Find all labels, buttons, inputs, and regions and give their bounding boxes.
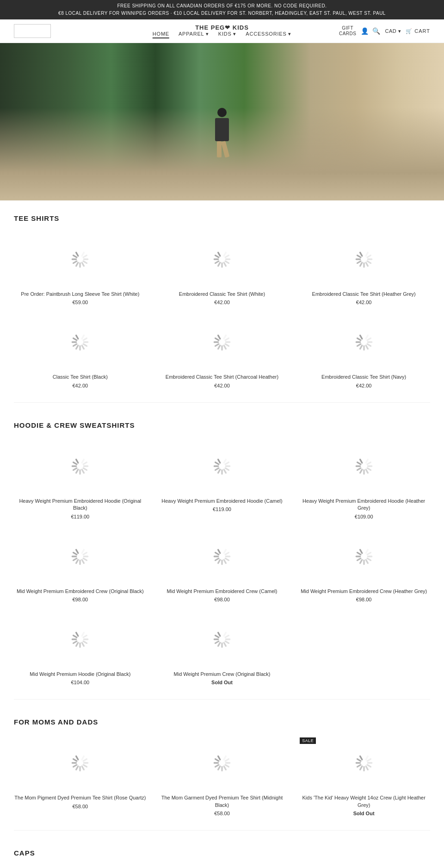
product-card[interactable]: The Mom Garment Dyed Premium Tee Shirt (… — [156, 735, 289, 816]
svg-line-55 — [218, 346, 220, 349]
svg-line-14 — [225, 256, 228, 257]
svg-line-46 — [74, 338, 77, 340]
svg-line-91 — [218, 469, 220, 473]
svg-line-50 — [225, 338, 228, 340]
svg-line-106 — [357, 462, 360, 464]
svg-line-203 — [360, 756, 362, 760]
person-head — [217, 108, 227, 117]
svg-line-122 — [225, 552, 228, 554]
currency-selector[interactable]: CAD ▾ — [385, 28, 401, 34]
person-legs — [208, 141, 236, 157]
header-right: GIFTCARDS 👤 🔍 CAD ▾ 🛒 CART — [339, 25, 430, 37]
product-card[interactable]: The Mom Pigment Dyed Premium Tee Shirt (… — [14, 735, 147, 816]
svg-line-199 — [360, 767, 362, 770]
product-price: €109.00 — [297, 514, 430, 519]
svg-line-145 — [82, 633, 84, 636]
svg-line-202 — [357, 759, 360, 761]
product-card[interactable]: Mid Weight Premium Embroidered Crew (Hea… — [297, 529, 430, 602]
svg-line-97 — [366, 459, 368, 462]
product-image — [14, 314, 147, 370]
svg-line-77 — [82, 469, 84, 473]
svg-line-176 — [74, 765, 77, 767]
product-card[interactable]: Mid Weight Premium Crew (Original Black)… — [156, 612, 289, 685]
product-card[interactable]: SALEKids 'The Kid' Heavy Weight 14oz Cre… — [297, 735, 430, 816]
section-caps: CAPSNew Era 9FIFTY Classic Snapback (Toa… — [0, 835, 444, 868]
product-image — [156, 529, 289, 584]
product-image — [156, 735, 289, 791]
product-card[interactable]: New Era 9FIFTY Classic Snapback (Dark Se… — [156, 866, 289, 868]
svg-line-182 — [225, 759, 228, 761]
svg-line-193 — [366, 756, 368, 760]
product-price: €42.00 — [156, 383, 289, 388]
nav-kids[interactable]: KIDS ▾ — [218, 31, 237, 38]
product-card[interactable]: New Era 9FIFTY Classic Snapback (Toasted… — [14, 866, 147, 868]
product-image — [156, 314, 289, 370]
svg-line-103 — [360, 469, 362, 473]
svg-line-101 — [366, 469, 368, 473]
nav-apparel[interactable]: APPAREL ▾ — [179, 31, 209, 38]
cart-button[interactable]: 🛒 CART — [406, 28, 430, 34]
nav-home[interactable]: HOME — [153, 31, 169, 38]
svg-line-178 — [74, 759, 77, 761]
product-card[interactable]: Embroidered Classic Tee Shirt (Navy)€42.… — [297, 314, 430, 388]
svg-line-85 — [224, 459, 226, 462]
section-divider — [14, 699, 430, 699]
search-icon[interactable]: 🔍 — [372, 27, 380, 35]
product-image — [156, 612, 289, 667]
product-card[interactable]: Mid Weight Premium Hoodie (Original Blac… — [14, 612, 147, 685]
banner-line1: FREE SHIPPING ON ALL CANADIAN ORDERS OF … — [5, 2, 439, 10]
svg-line-190 — [216, 759, 219, 761]
product-card[interactable]: Heavy Weight Premium Embroidered Hoodie … — [14, 438, 147, 519]
nav-accessories[interactable]: ACCESSORIES ▾ — [246, 31, 291, 38]
brand-center: THE PEG❤ KIDS HOME APPAREL ▾ KIDS ▾ ACCE… — [153, 24, 291, 38]
product-card[interactable]: Heavy Weight Premium Embroidered Hoodie … — [156, 438, 289, 519]
product-price: €42.00 — [297, 383, 430, 388]
svg-line-133 — [366, 550, 368, 553]
svg-line-10 — [74, 256, 77, 257]
svg-line-98 — [367, 462, 370, 464]
product-card[interactable]: Pre Order: Paintbrush Long Sleeve Tee Sh… — [14, 231, 147, 305]
svg-line-151 — [76, 643, 78, 646]
svg-line-80 — [74, 468, 77, 470]
product-card[interactable]: Embroidered Classic Tee Shirt (Heather G… — [297, 231, 430, 305]
svg-line-17 — [224, 262, 226, 266]
products-grid-tee-shirts: Pre Order: Paintbrush Long Sleeve Tee Sh… — [14, 231, 430, 388]
hero-banner — [0, 43, 444, 200]
section-title-tee-shirts: TEE SHIRTS — [14, 214, 430, 222]
svg-line-59 — [218, 336, 220, 339]
product-card[interactable]: Classic Tee Shirt (Black)€42.00 — [14, 314, 147, 388]
product-name: Heavy Weight Premium Embroidered Hoodie … — [14, 498, 147, 512]
svg-line-184 — [225, 765, 228, 767]
svg-line-196 — [367, 765, 370, 767]
product-card[interactable]: Embroidered Classic Tee Shirt (White)€42… — [156, 231, 289, 305]
svg-line-68 — [357, 344, 360, 346]
section-divider — [14, 402, 430, 403]
svg-line-154 — [74, 636, 77, 637]
svg-line-40 — [84, 344, 87, 346]
section-tee-shirts: TEE SHIRTSPre Order: Paintbrush Long Sle… — [0, 200, 444, 398]
product-image — [297, 314, 430, 370]
product-card[interactable]: Heavy Weight Premium Embroidered Hoodie … — [297, 438, 430, 519]
product-price: €119.00 — [14, 514, 147, 519]
account-icon[interactable]: 👤 — [361, 27, 369, 35]
svg-line-142 — [357, 552, 360, 554]
svg-line-16 — [225, 261, 228, 263]
svg-line-104 — [357, 468, 360, 470]
product-name: Heavy Weight Premium Embroidered Hoodie … — [156, 498, 289, 505]
svg-line-71 — [360, 336, 362, 339]
svg-line-35 — [360, 253, 362, 256]
svg-line-79 — [76, 469, 78, 473]
product-card[interactable]: Mid Weight Premium Embroidered Crew (Cam… — [156, 529, 289, 602]
product-image — [297, 438, 430, 494]
product-price: €98.00 — [297, 597, 430, 602]
sale-badge: SALE — [300, 737, 316, 744]
logo[interactable] — [14, 24, 51, 38]
svg-line-13 — [224, 253, 226, 256]
product-card[interactable]: Embroidered Classic Tee Shirt (Charcoal … — [156, 314, 289, 388]
product-name: Mid Weight Premium Embroidered Crew (Ori… — [14, 588, 147, 595]
product-card[interactable]: New Era 9FIFTY Classic Snapback (Melton … — [297, 866, 430, 868]
gift-cards-label[interactable]: GIFTCARDS — [339, 25, 357, 37]
product-card[interactable]: Mid Weight Premium Embroidered Crew (Ori… — [14, 529, 147, 602]
product-price: €42.00 — [297, 300, 430, 305]
svg-line-134 — [367, 552, 370, 554]
